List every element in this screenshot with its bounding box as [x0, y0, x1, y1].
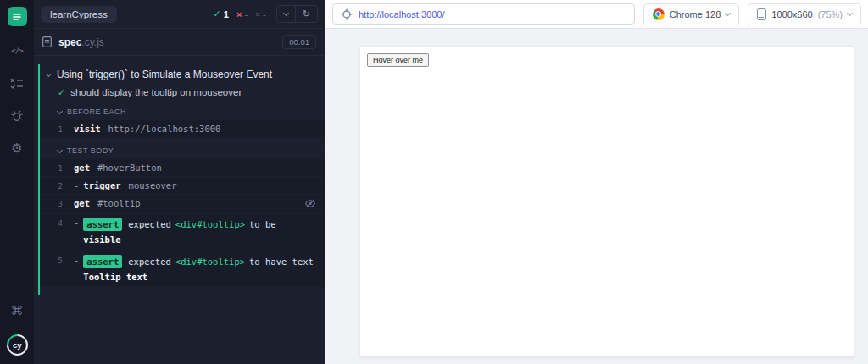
reporter-header: learnCypress ✓ 1 × - ○ - ↻ [34, 0, 325, 28]
chrome-icon [653, 8, 665, 20]
stat-passed: ✓ 1 [214, 8, 229, 19]
spec-name: spec.cy.js [58, 36, 104, 48]
reporter-controls: ↻ [276, 5, 318, 23]
child-command-dash: - [74, 180, 79, 190]
cross-icon: × [236, 9, 242, 19]
suite-title: Using `trigger()` to Simulate a Mouseove… [57, 69, 272, 80]
failed-count: - [244, 9, 248, 19]
check-icon: ✓ [58, 87, 65, 98]
check-icon: ✓ [214, 8, 221, 19]
command-name: get [74, 163, 90, 173]
url-text: http://localhost:3000/ [359, 9, 445, 19]
keyboard-shortcuts-icon[interactable]: ⌘ [8, 302, 25, 317]
chevron-down-icon [57, 146, 63, 152]
selector-playground-crosshair-icon[interactable] [341, 8, 353, 20]
assert-target: <div#tooltip> [175, 218, 245, 231]
chevron-down-icon [725, 10, 731, 16]
chevron-down-icon [283, 10, 289, 16]
child-command-dash: - [74, 255, 79, 265]
command-name: visit [74, 124, 101, 134]
command-number: 5 [48, 255, 74, 265]
assert-text: expected [128, 255, 171, 268]
hidden-element-eye-icon [304, 198, 316, 210]
test-title-row[interactable]: ✓ should display the tooltip on mouseove… [40, 85, 325, 104]
command-number: 4 [48, 218, 74, 228]
command-row-trigger[interactable]: 2 - trigger mouseover [40, 177, 325, 194]
test-stats: ✓ 1 × - ○ - [214, 8, 266, 19]
command-name: get [74, 198, 90, 208]
browser-selector[interactable]: Chrome 128 [643, 3, 740, 25]
command-row-get-tooltip[interactable]: 3 get #tooltip [40, 195, 325, 213]
chevron-down-icon [57, 108, 63, 113]
command-number: 1 [48, 163, 74, 173]
assert-expected-value: visible [83, 233, 120, 246]
cypress-logo[interactable]: cy [2, 330, 31, 360]
command-log-panel: learnCypress ✓ 1 × - ○ - ↻ spec.cy. [34, 0, 326, 364]
assertion-message: assert expected <div#tooltip> to be visi… [83, 218, 316, 247]
stat-failed: × - [236, 9, 248, 19]
assert-text: to have text [249, 255, 314, 268]
passed-count: 1 [224, 9, 229, 19]
spec-extension: .cy.js [81, 36, 103, 48]
stat-pending: ○ - [255, 9, 266, 19]
command-arg: #hoverButton [97, 163, 162, 173]
reporter-body: Using `trigger()` to Simulate a Mouseove… [34, 56, 325, 364]
assert-target: <div#tooltip> [175, 255, 245, 268]
command-row-visit[interactable]: 1 visit http://localhost:3000 [40, 120, 325, 137]
command-number: 3 [48, 198, 74, 208]
command-number: 2 [48, 180, 74, 190]
command-row-assert-visible[interactable]: 4 - assert expected <div#tooltip> to be … [40, 214, 325, 251]
project-name-button[interactable]: learnCypress [41, 6, 117, 23]
code-icon[interactable]: </> [8, 43, 25, 58]
preview-header: http://localhost:3000/ Chrome 128 1000x6… [326, 0, 868, 29]
aut-page: Hover over me [359, 46, 854, 357]
pending-circle-icon: ○ [255, 9, 260, 19]
assert-badge: assert [83, 255, 122, 268]
assert-expected-value: Tooltip text [83, 270, 316, 284]
child-command-dash: - [74, 218, 79, 228]
assert-text: to be [249, 218, 276, 231]
viewport-icon [757, 8, 766, 20]
pending-count: - [263, 9, 266, 19]
command-arg: #tooltip [97, 198, 141, 208]
chevron-down-icon [46, 70, 52, 76]
hover-over-me-button[interactable]: Hover over me [367, 53, 429, 67]
test-body-section[interactable]: TEST BODY [40, 143, 325, 159]
command-arg: http://localhost:3000 [108, 124, 221, 134]
specs-icon[interactable] [8, 7, 27, 26]
test-title: should display the tooltip on mouseover [70, 87, 242, 97]
browser-preview-panel: http://localhost:3000/ Chrome 128 1000x6… [326, 0, 868, 364]
spec-file-icon [42, 36, 52, 47]
assert-text: expected [128, 218, 171, 231]
passed-test-block: Using `trigger()` to Simulate a Mouseove… [38, 64, 325, 295]
spec-duration-badge: 00:01 [282, 35, 316, 49]
runs-checklist-icon[interactable] [8, 75, 25, 91]
aut-container: Hover over me [326, 29, 868, 364]
settings-gear-icon[interactable]: ⚙ [8, 140, 25, 155]
browser-label: Chrome 128 [670, 9, 721, 19]
viewport-zoom: (75%) [818, 9, 843, 19]
command-arg: mouseover [129, 180, 177, 190]
options-chevron-button[interactable] [277, 6, 295, 22]
assert-badge: assert [83, 218, 122, 231]
suite-title-row[interactable]: Using `trigger()` to Simulate a Mouseove… [40, 66, 325, 85]
spec-header[interactable]: spec.cy.js 00:01 [34, 28, 325, 56]
nav-rail: </> ⚙ ⌘ cy [0, 0, 34, 364]
debug-bug-icon[interactable] [8, 108, 25, 123]
viewport-size: 1000x660 [771, 9, 812, 19]
chevron-down-icon [847, 10, 853, 16]
before-each-section[interactable]: BEFORE EACH [40, 104, 325, 120]
url-bar[interactable]: http://localhost:3000/ [332, 3, 635, 25]
refresh-icon: ↻ [303, 8, 310, 19]
command-name: trigger [83, 180, 120, 190]
assertion-message: assert expected <div#tooltip> to have te… [83, 255, 316, 284]
document-lines-icon [12, 12, 22, 22]
rerun-button[interactable]: ↻ [295, 6, 317, 22]
viewport-selector[interactable]: 1000x660 (75%) [748, 3, 861, 25]
command-row-assert-text[interactable]: 5 - assert expected <div#tooltip> to hav… [40, 251, 325, 288]
command-number: 1 [48, 124, 74, 134]
command-row-get[interactable]: 1 get #hoverButton [40, 159, 325, 176]
